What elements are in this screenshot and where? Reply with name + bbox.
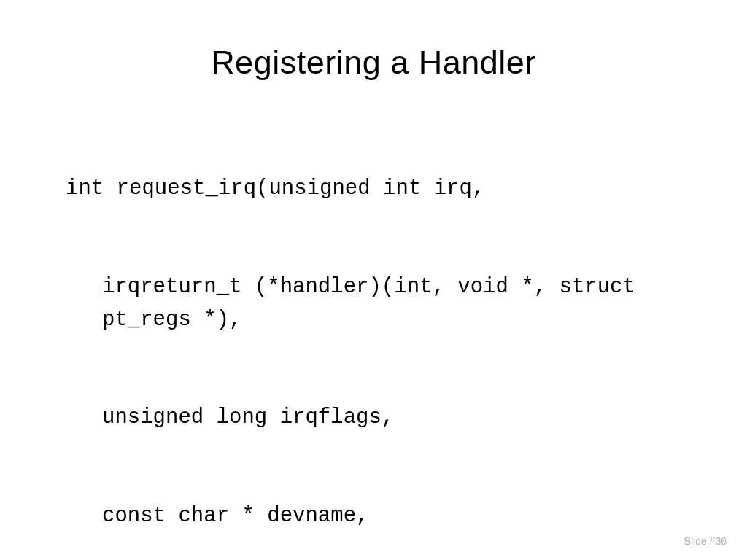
- code-line-4: const char * devname,: [66, 500, 681, 533]
- code-line-2: irqreturn_t (*handler)(int, void *, stru…: [66, 271, 681, 337]
- code-block: int request_irq(unsigned int irq, irqret…: [66, 107, 681, 560]
- slide-number: Slide #36: [684, 535, 727, 547]
- slide-container: Registering a Handler int request_irq(un…: [0, 0, 747, 560]
- slide-title: Registering a Handler: [66, 44, 681, 82]
- code-line-1: int request_irq(unsigned int irq,: [66, 173, 681, 206]
- code-line-3: unsigned long irqflags,: [66, 402, 681, 435]
